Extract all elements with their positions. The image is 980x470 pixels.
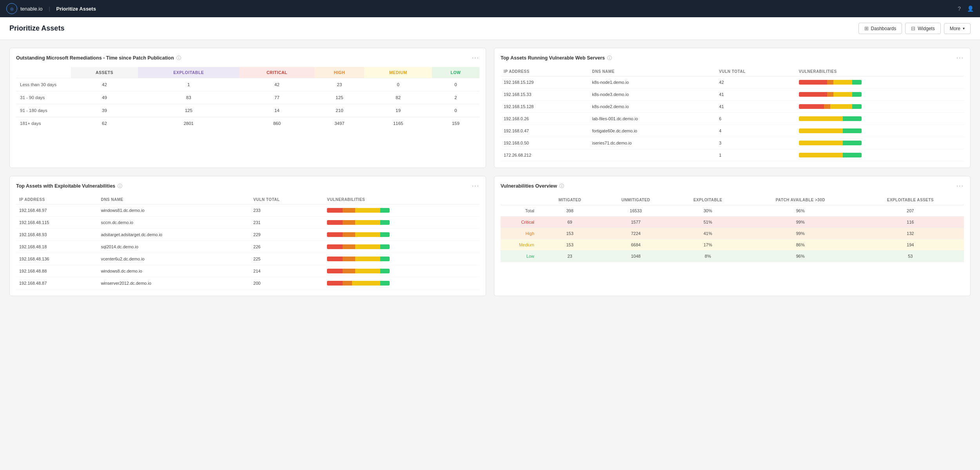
exp-row-vulns	[324, 229, 479, 241]
col-exploitable: EXPLOITABLE	[138, 67, 239, 78]
ov-row-exploitable: 30%	[672, 205, 744, 217]
help-icon[interactable]: ?	[958, 5, 961, 12]
ms-row-exploitable: 125	[138, 104, 239, 117]
ws-row-vulns	[796, 76, 964, 89]
exp-row-vulns	[324, 217, 479, 229]
ov-row-label: Medium	[501, 239, 540, 251]
table-row: 192.168.15.33 k8s-node3.demo.io 41	[501, 89, 964, 101]
table-row: Less than 30 days 42 1 42 23 0 0	[16, 78, 479, 91]
exp-row-total: 233	[250, 204, 324, 217]
vuln-bar	[327, 220, 390, 225]
ws-info-icon[interactable]: ⓘ	[607, 55, 612, 61]
ws-row-total: 41	[716, 101, 795, 113]
vuln-bar	[799, 116, 862, 121]
exp-row-ip: 192.168.48.87	[16, 277, 98, 289]
ms-row-medium: 0	[364, 78, 432, 91]
ws-row-vulns	[796, 149, 964, 161]
exp-row-vulns	[324, 204, 479, 217]
page-title: Prioritize Assets	[9, 24, 858, 33]
ov-row-patch: 96%	[744, 205, 857, 217]
exp-row-dns: sql2014.dc.demo.io	[98, 241, 250, 253]
table-row: 192.168.48.115 sccm.dc.demo.io 231	[16, 217, 479, 229]
ms-more-menu[interactable]: ···	[472, 54, 479, 61]
exp-more-menu[interactable]: ···	[472, 183, 479, 190]
ws-row-total: 3	[716, 137, 795, 149]
ov-row-mitigated: 69	[540, 217, 600, 228]
ov-more-menu[interactable]: ···	[956, 183, 964, 190]
ov-row-patch: 96%	[744, 251, 857, 262]
table-row: Medium 153 6684 17% 86% 194	[501, 239, 964, 251]
exp-row-ip: 192.168.48.136	[16, 253, 98, 265]
ws-row-total: 6	[716, 113, 795, 125]
ws-row-total: 4	[716, 125, 795, 137]
ov-col-assets: EXPLOITABLE ASSETS	[857, 195, 964, 205]
ms-row-exploitable: 2801	[138, 117, 239, 130]
ms-row-high: 23	[314, 78, 364, 91]
ms-row-assets: 39	[71, 104, 138, 117]
dashboards-button[interactable]: ⊞ Dashboards	[858, 23, 902, 34]
table-row: 192.168.48.88 windows8.dc.demo.io 214	[16, 265, 479, 277]
ws-row-dns: fortigate60e.dc.demo.io	[589, 125, 716, 137]
ov-row-mitigated: 153	[540, 228, 600, 239]
ws-col-vulns: VULNERABILITIES	[796, 67, 964, 76]
exp-row-total: 229	[250, 229, 324, 241]
exp-col-ip: IP ADDRESS	[16, 195, 98, 204]
ov-col-mitigated: MITIGATED	[540, 195, 600, 205]
card-ov-header: Vulnerabilities Overview ⓘ ···	[501, 183, 964, 190]
exp-row-ip: 192.168.48.97	[16, 204, 98, 217]
ws-row-ip: 192.168.15.129	[501, 76, 589, 89]
ov-row-unmitigated: 7224	[600, 228, 671, 239]
logo-icon: ◎	[6, 3, 17, 14]
exp-row-total: 214	[250, 265, 324, 277]
card-ws-header: Top Assets Running Vulnerable Web Server…	[501, 54, 964, 61]
ov-col-exploitable: EXPLOITABLE	[672, 195, 744, 205]
table-row: 192.168.15.128 k8s-node2.demo.io 41	[501, 101, 964, 113]
ov-row-mitigated: 23	[540, 251, 600, 262]
table-row: 192.168.15.129 k8s-node1.demo.io 42	[501, 76, 964, 89]
exp-row-dns: adsitarget.adsitarget.dc.demo.io	[98, 229, 250, 241]
card-web-servers: Top Assets Running Vulnerable Web Server…	[494, 48, 971, 168]
ws-row-ip: 192.168.15.128	[501, 101, 589, 113]
main-content: Outstanding Microsoft Remediations - Tim…	[0, 40, 980, 304]
ms-row-low: 2	[432, 91, 479, 104]
exp-row-dns: winserver2012.dc.demo.io	[98, 277, 250, 289]
ov-table: MITIGATED UNMITIGATED EXPLOITABLE PATCH …	[501, 195, 964, 262]
user-icon[interactable]: 👤	[967, 5, 974, 12]
ms-row-label: 181+ days	[16, 117, 71, 130]
exp-row-vulns	[324, 265, 479, 277]
col-critical: CRITICAL	[239, 67, 314, 78]
ov-row-mitigated: 398	[540, 205, 600, 217]
card-microsoft-remediations: Outstanding Microsoft Remediations - Tim…	[9, 48, 486, 168]
exp-info-icon[interactable]: ⓘ	[118, 183, 122, 190]
ws-col-ip: IP ADDRESS	[501, 67, 589, 76]
exp-row-ip: 192.168.48.93	[16, 229, 98, 241]
ov-info-icon[interactable]: ⓘ	[559, 183, 564, 190]
ov-row-assets: 53	[857, 251, 964, 262]
widgets-icon: ⊟	[911, 25, 915, 31]
card-exploitable: Top Assets with Exploitable Vulnerabilit…	[9, 176, 486, 296]
card-ov-title-row: Vulnerabilities Overview ⓘ	[501, 183, 564, 190]
ms-info-icon[interactable]: ⓘ	[176, 55, 181, 61]
ws-more-menu[interactable]: ···	[956, 54, 964, 61]
exp-col-total: VULN TOTAL	[250, 195, 324, 204]
ov-row-exploitable: 51%	[672, 217, 744, 228]
exp-row-dns: sccm.dc.demo.io	[98, 217, 250, 229]
vuln-bar	[327, 244, 390, 249]
table-row: Critical 69 1577 51% 99% 116	[501, 217, 964, 228]
logo[interactable]: ◎ tenable.io	[6, 3, 42, 14]
exp-col-vulns: VULNERABILITIES	[324, 195, 479, 204]
vuln-bar	[799, 92, 862, 97]
ms-row-assets: 49	[71, 91, 138, 104]
page-header: Prioritize Assets ⊞ Dashboards ⊟ Widgets…	[0, 17, 980, 40]
ov-row-assets: 132	[857, 228, 964, 239]
ws-row-vulns	[796, 137, 964, 149]
ws-row-dns	[589, 149, 716, 161]
table-row: Low 23 1048 8% 96% 53	[501, 251, 964, 262]
widgets-button[interactable]: ⊟ Widgets	[905, 23, 940, 34]
card-ov-title: Vulnerabilities Overview	[501, 183, 557, 189]
exp-row-dns: vcenter6u2.dc.demo.io	[98, 253, 250, 265]
ms-row-assets: 42	[71, 78, 138, 91]
card-ms-title-row: Outstanding Microsoft Remediations - Tim…	[16, 55, 181, 61]
more-button[interactable]: More ▾	[944, 23, 971, 34]
table-row: 172.26.68.212 1	[501, 149, 964, 161]
